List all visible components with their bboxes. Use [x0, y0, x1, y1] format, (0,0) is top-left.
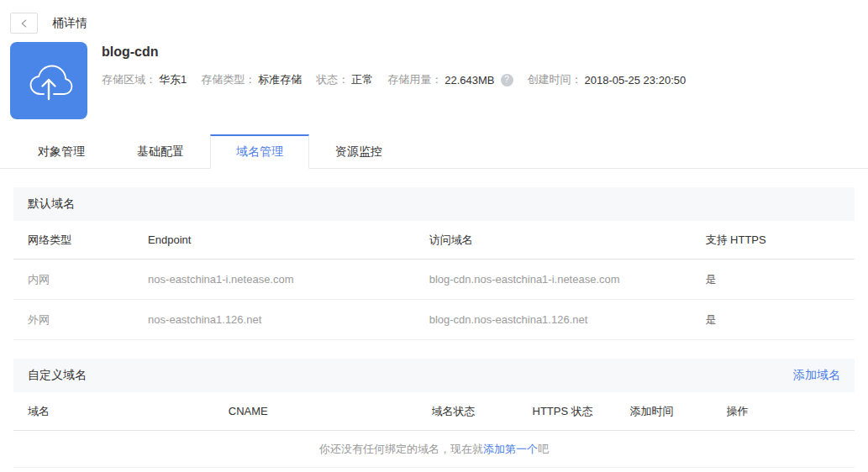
page-title: 桶详情	[52, 16, 87, 31]
bucket-info-pair: 存储区域：华东1	[102, 72, 187, 87]
back-button[interactable]	[10, 13, 38, 34]
table-cell: nos-eastchina1-i.netease.com	[148, 273, 429, 286]
tab-基础配置[interactable]: 基础配置	[111, 134, 210, 168]
column-header: 域名状态	[432, 404, 533, 419]
bucket-info-row: 存储区域：华东1存储类型：标准存储状态：正常存储用量：22.643MB?创建时间…	[102, 72, 700, 87]
column-header: CNAME	[229, 405, 432, 417]
tab-域名管理[interactable]: 域名管理	[210, 134, 309, 169]
add-domain-link[interactable]: 添加域名	[793, 368, 840, 383]
help-icon[interactable]: ?	[501, 74, 513, 87]
column-header: 域名	[28, 404, 229, 419]
info-value: 华东1	[159, 72, 187, 87]
tab-资源监控[interactable]: 资源监控	[309, 134, 408, 168]
page-topbar: 桶详情	[0, 0, 868, 37]
table-cell: nos-eastchina1.126.net	[148, 313, 429, 326]
table-row: 内网nos-eastchina1-i.netease.comblog-cdn.n…	[13, 260, 855, 300]
bucket-info-pair: 状态：正常	[316, 72, 373, 87]
column-header: 操作	[727, 404, 840, 419]
default-domain-table: 网络类型Endpoint访问域名支持 HTTPS 内网nos-eastchina…	[13, 221, 855, 340]
bucket-header: blog-cdn 存储区域：华东1存储类型：标准存储状态：正常存储用量：22.6…	[10, 42, 868, 119]
bucket-name: blog-cdn	[102, 45, 700, 60]
bucket-meta: blog-cdn 存储区域：华东1存储类型：标准存储状态：正常存储用量：22.6…	[102, 42, 700, 119]
table-header-row: 网络类型Endpoint访问域名支持 HTTPS	[13, 221, 855, 260]
section-title: 自定义域名	[28, 368, 87, 383]
table-cell: 是	[705, 312, 840, 328]
default-domain-section-header: 默认域名	[13, 187, 855, 221]
column-header: 支持 HTTPS	[705, 233, 840, 248]
add-first-domain-link[interactable]: 添加第一个	[483, 442, 538, 457]
column-header: 网络类型	[28, 233, 148, 248]
table-row: 外网nos-eastchina1.126.netblog-cdn.nos-eas…	[13, 300, 855, 340]
custom-domain-section-header: 自定义域名 添加域名	[13, 359, 855, 392]
empty-state-text: 你还没有任何绑定的域名，现在就	[319, 442, 483, 457]
cloud-upload-icon	[10, 42, 87, 119]
table-cell: 是	[705, 272, 840, 287]
column-header: HTTPS 状态	[533, 404, 630, 419]
column-header: 访问域名	[429, 233, 706, 248]
table-header-row: 域名CNAME域名状态HTTPS 状态添加时间操作	[13, 392, 855, 431]
info-value: 22.643MB	[445, 74, 494, 87]
info-label: 存储区域：	[102, 72, 156, 87]
table-body: 内网nos-eastchina1-i.netease.comblog-cdn.n…	[13, 260, 855, 340]
tab-bar: 对象管理基础配置域名管理资源监控	[0, 134, 868, 169]
column-header: 添加时间	[630, 404, 727, 419]
section-title: 默认域名	[28, 197, 75, 212]
empty-state-text: 吧	[538, 442, 549, 457]
bucket-info-pair: 创建时间：2018-05-25 23:20:50	[528, 72, 687, 87]
table-cell: blog-cdn.nos-eastchina1-i.netease.com	[429, 273, 706, 286]
bucket-info-pair: 存储类型：标准存储	[201, 72, 302, 87]
chevron-left-icon	[18, 18, 30, 29]
column-header: Endpoint	[148, 233, 429, 246]
info-label: 存储类型：	[201, 72, 255, 87]
bucket-info-pair: 存储用量：22.643MB?	[387, 72, 513, 87]
custom-domain-section: 自定义域名 添加域名 域名CNAME域名状态HTTPS 状态添加时间操作 你还没…	[13, 359, 855, 468]
info-value: 2018-05-25 23:20:50	[585, 74, 687, 87]
info-label: 创建时间：	[528, 72, 582, 87]
table-cell: blog-cdn.nos-eastchina1.126.net	[429, 313, 706, 326]
default-domain-section: 默认域名 网络类型Endpoint访问域名支持 HTTPS 内网nos-east…	[13, 187, 855, 340]
info-value: 标准存储	[258, 72, 302, 87]
table-cell: 外网	[28, 312, 148, 328]
empty-state: 你还没有任何绑定的域名，现在就添加第一个吧	[13, 431, 855, 468]
info-value: 正常	[351, 72, 373, 87]
table-cell: 内网	[28, 272, 148, 287]
custom-domain-table: 域名CNAME域名状态HTTPS 状态添加时间操作 你还没有任何绑定的域名，现在…	[13, 392, 855, 468]
info-label: 存储用量：	[387, 72, 442, 87]
tab-对象管理[interactable]: 对象管理	[12, 134, 111, 168]
info-label: 状态：	[316, 72, 349, 87]
